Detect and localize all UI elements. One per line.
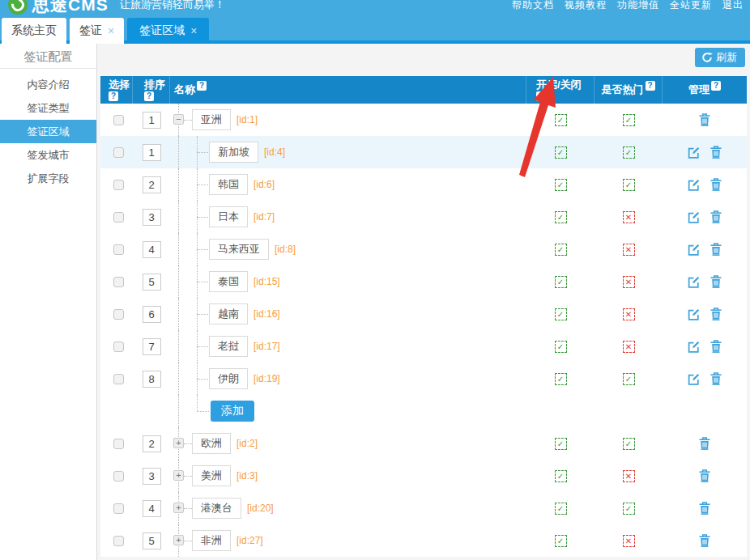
edit-icon[interactable] bbox=[687, 274, 701, 289]
open-close-toggle-icon[interactable]: ✓ bbox=[555, 146, 567, 159]
region-name-box[interactable]: 日本 bbox=[209, 206, 248, 227]
hot-toggle-icon[interactable]: ✕ bbox=[623, 211, 635, 223]
hot-toggle-icon[interactable]: ✓ bbox=[623, 503, 635, 515]
sidebar-item-visa-type[interactable]: 签证类型 bbox=[0, 96, 96, 120]
sort-order-input[interactable] bbox=[143, 338, 161, 355]
tab-system-home[interactable]: 系统主页 bbox=[2, 18, 66, 44]
open-close-toggle-icon[interactable]: ✓ bbox=[555, 244, 567, 256]
help-icon[interactable]: ? bbox=[144, 91, 154, 101]
open-close-toggle-icon[interactable]: ✓ bbox=[555, 211, 567, 223]
hot-toggle-icon[interactable]: ✕ bbox=[623, 470, 635, 482]
row-checkbox[interactable] bbox=[113, 342, 124, 352]
sidebar-item-issuing-city[interactable]: 签发城市 bbox=[0, 143, 96, 167]
region-name-box[interactable]: 韩国 bbox=[209, 174, 248, 195]
help-icon[interactable]: ? bbox=[646, 81, 655, 91]
region-name-box[interactable]: 泰国 bbox=[209, 271, 248, 292]
edit-icon[interactable] bbox=[687, 210, 701, 224]
row-checkbox[interactable] bbox=[113, 374, 124, 384]
row-checkbox[interactable] bbox=[113, 147, 124, 158]
delete-icon[interactable] bbox=[709, 274, 723, 289]
tab-close-icon[interactable]: × bbox=[190, 25, 197, 36]
delete-icon[interactable] bbox=[709, 307, 723, 321]
tree-expand-toggle[interactable]: + bbox=[173, 470, 184, 481]
open-close-toggle-icon[interactable]: ✓ bbox=[555, 503, 567, 515]
hot-toggle-icon[interactable]: ✓ bbox=[623, 179, 635, 191]
delete-icon[interactable] bbox=[709, 177, 723, 192]
delete-icon[interactable] bbox=[697, 436, 712, 451]
sort-order-input[interactable] bbox=[143, 274, 161, 291]
sort-order-input[interactable] bbox=[143, 306, 161, 323]
help-icon[interactable]: ? bbox=[536, 91, 546, 101]
top-links[interactable]: 帮助文档 视频教程 功能增值 全站更新 退出 bbox=[512, 0, 744, 17]
row-checkbox[interactable] bbox=[113, 503, 124, 514]
region-name-box[interactable]: 非洲 bbox=[192, 530, 231, 551]
hot-toggle-icon[interactable]: ✓ bbox=[623, 373, 635, 385]
hot-toggle-icon[interactable]: ✕ bbox=[623, 308, 635, 320]
open-close-toggle-icon[interactable]: ✓ bbox=[555, 470, 567, 482]
row-checkbox[interactable] bbox=[113, 180, 124, 190]
edit-icon[interactable] bbox=[687, 307, 701, 321]
open-close-toggle-icon[interactable]: ✓ bbox=[555, 308, 567, 320]
hot-toggle-icon[interactable]: ✕ bbox=[623, 244, 635, 256]
sort-order-input[interactable] bbox=[143, 500, 161, 517]
hot-toggle-icon[interactable]: ✓ bbox=[623, 146, 635, 159]
sidebar-item-visa-region[interactable]: 签证区域 bbox=[0, 120, 96, 143]
edit-icon[interactable] bbox=[687, 177, 701, 192]
delete-icon[interactable] bbox=[709, 339, 723, 354]
sort-order-input[interactable] bbox=[143, 112, 161, 129]
sort-order-input[interactable] bbox=[143, 371, 161, 388]
region-name-box[interactable]: 伊朗 bbox=[209, 368, 248, 389]
delete-icon[interactable] bbox=[709, 210, 723, 224]
region-name-box[interactable]: 马来西亚 bbox=[209, 239, 269, 260]
tab-visa[interactable]: 签证 × bbox=[70, 18, 124, 44]
tree-collapse-toggle[interactable]: − bbox=[173, 114, 184, 125]
delete-icon[interactable] bbox=[697, 501, 712, 515]
hot-toggle-icon[interactable]: ✕ bbox=[623, 341, 635, 353]
sort-order-input[interactable] bbox=[143, 209, 161, 226]
region-name-box[interactable]: 欧洲 bbox=[192, 433, 231, 454]
tree-expand-toggle[interactable]: + bbox=[173, 438, 184, 448]
tab-visa-region[interactable]: 签证区域 × bbox=[127, 18, 209, 44]
region-name-box[interactable]: 老挝 bbox=[209, 336, 248, 357]
region-name-box[interactable]: 越南 bbox=[209, 303, 248, 325]
sidebar-item-content-intro[interactable]: 内容介绍 bbox=[0, 73, 96, 96]
row-checkbox[interactable] bbox=[113, 115, 124, 125]
region-name-box[interactable]: 港澳台 bbox=[192, 498, 241, 519]
tree-expand-toggle[interactable]: + bbox=[173, 503, 184, 513]
tree-expand-toggle[interactable]: + bbox=[173, 535, 184, 545]
open-close-toggle-icon[interactable]: ✓ bbox=[555, 535, 567, 547]
open-close-toggle-icon[interactable]: ✓ bbox=[555, 179, 567, 191]
help-icon[interactable]: ? bbox=[197, 81, 207, 91]
add-region-button[interactable]: 添加 bbox=[211, 401, 254, 422]
hot-toggle-icon[interactable]: ✓ bbox=[623, 438, 635, 450]
delete-icon[interactable] bbox=[709, 145, 723, 159]
sort-order-input[interactable] bbox=[143, 435, 161, 452]
region-name-box[interactable]: 美洲 bbox=[192, 465, 231, 486]
help-icon[interactable]: ? bbox=[711, 81, 721, 91]
hot-toggle-icon[interactable]: ✕ bbox=[623, 276, 635, 288]
open-close-toggle-icon[interactable]: ✓ bbox=[555, 373, 567, 385]
row-checkbox[interactable] bbox=[113, 471, 124, 482]
row-checkbox[interactable] bbox=[113, 439, 124, 449]
delete-icon[interactable] bbox=[697, 533, 712, 548]
delete-icon[interactable] bbox=[697, 112, 712, 127]
delete-icon[interactable] bbox=[709, 242, 723, 257]
sort-order-input[interactable] bbox=[143, 468, 161, 485]
tab-close-icon[interactable]: × bbox=[108, 25, 114, 36]
edit-icon[interactable] bbox=[687, 145, 701, 159]
row-checkbox[interactable] bbox=[113, 309, 124, 320]
open-close-toggle-icon[interactable]: ✓ bbox=[555, 341, 567, 353]
hot-toggle-icon[interactable]: ✓ bbox=[623, 114, 635, 126]
sort-order-input[interactable] bbox=[143, 241, 161, 258]
open-close-toggle-icon[interactable]: ✓ bbox=[555, 276, 567, 288]
open-close-toggle-icon[interactable]: ✓ bbox=[555, 114, 567, 126]
sort-order-input[interactable] bbox=[143, 176, 161, 193]
row-checkbox[interactable] bbox=[113, 277, 124, 287]
open-close-toggle-icon[interactable]: ✓ bbox=[555, 438, 567, 450]
hot-toggle-icon[interactable]: ✕ bbox=[623, 535, 635, 547]
row-checkbox[interactable] bbox=[113, 212, 124, 223]
region-name-box[interactable]: 亚洲 bbox=[192, 109, 231, 130]
sidebar-item-extended-fields[interactable]: 扩展字段 bbox=[0, 167, 96, 190]
sort-order-input[interactable] bbox=[143, 532, 161, 549]
edit-icon[interactable] bbox=[687, 371, 701, 386]
